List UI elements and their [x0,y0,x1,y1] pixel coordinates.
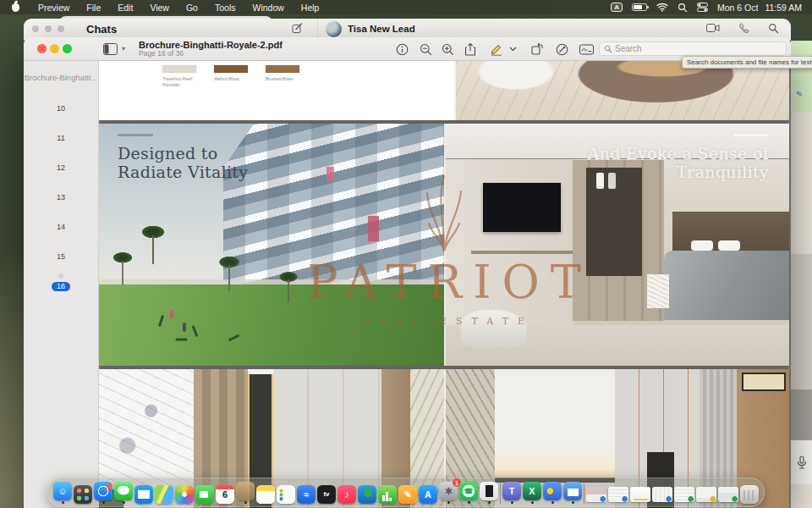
menu-item[interactable]: View [141,3,178,13]
music-icon[interactable]: ♪ [337,485,356,504]
menu-item[interactable]: Edit [109,3,141,13]
menu-bar: Preview File Edit View Go Tools Window H… [0,0,812,14]
menubar-date[interactable]: Mon 6 Oct [717,3,758,13]
zoom-button[interactable] [63,44,72,53]
thumbnail-page-13[interactable]: 13 [57,185,65,202]
sidebar-toggle-icon[interactable] [103,43,118,55]
material-swatch: Brushed Brass [266,65,304,87]
menu-item[interactable]: Go [178,3,206,13]
photos-icon[interactable] [175,485,194,504]
search-input[interactable] [615,44,782,53]
bedroom-photo: And Evoke a Sense of Tranquility [444,124,789,366]
palm-tree [110,251,136,287]
minimized-window-6[interactable] [696,487,716,504]
page-number-label: 16 [52,282,70,291]
share-icon[interactable] [462,41,479,57]
thumbnail-page-10[interactable]: 10 [57,96,65,113]
palm-tree-app-icon[interactable] [358,485,376,504]
menu-item[interactable]: Window [244,3,292,13]
signature-icon[interactable] [578,41,595,57]
settings-icon[interactable]: ✱ 1 [439,482,458,504]
app-store-icon[interactable]: A [419,485,437,504]
sketch-icon[interactable] [553,41,570,57]
pdf-viewport[interactable]: Travertino Pearl Porcelain Walnut Wood B… [99,61,791,508]
launchpad-icon[interactable] [74,485,92,504]
rotate-icon[interactable] [529,41,546,57]
swatch-color [162,65,196,73]
minimized-window-2[interactable] [608,487,628,504]
whatsapp-icon[interactable]: ☎ [459,482,478,504]
page-number-label: 11 [57,134,64,143]
thumbnail-page-12[interactable]: 12 [57,155,65,173]
video-call-icon[interactable] [706,23,720,33]
teams-icon[interactable]: T [502,482,521,504]
thumbnail-page-14[interactable]: 14 [57,214,65,232]
running-indicator [447,501,450,504]
finder-icon[interactable]: ☺ [53,482,72,504]
input-source-icon[interactable]: A [611,3,623,12]
menu-item[interactable]: File [78,3,109,13]
palm-tree [216,255,243,293]
thumbnail-page-15[interactable]: 15 [57,244,65,262]
menubar-clock[interactable]: 11:59 AM [765,3,802,13]
trash-icon[interactable] [740,485,759,504]
zoom-out-icon[interactable] [417,41,434,57]
voice-call-icon[interactable] [738,23,749,34]
minimized-window-1[interactable] [586,487,606,504]
avatar[interactable] [326,21,342,37]
numbers-icon[interactable] [378,485,397,504]
messages-icon[interactable] [114,482,133,504]
apple-tv-icon[interactable]: tv [317,485,336,504]
minimized-window-3[interactable] [630,487,650,504]
maps-icon[interactable] [155,485,173,504]
chats-title: Chats [86,23,117,36]
running-indicator [244,501,247,504]
chart-app-icon[interactable]: ≈ [297,485,315,504]
wifi-icon[interactable] [656,3,668,12]
thumbnail-page-11[interactable]: 11 [57,125,64,143]
menu-item[interactable]: Help [293,3,328,13]
dock-divider [500,483,501,504]
control-center-icon[interactable] [697,3,708,12]
iphone-mirroring-icon[interactable] [480,482,498,504]
battery-icon[interactable] [632,3,647,11]
menu-item[interactable]: Preview [30,3,78,13]
reminders-icon[interactable] [277,485,295,504]
minimized-window-5[interactable] [674,487,694,504]
excel-icon[interactable]: X [523,482,541,504]
mail-icon[interactable] [134,485,153,504]
running-indicator [511,501,513,504]
running-indicator [102,501,105,504]
chat-search-icon[interactable] [768,23,779,34]
swatch-color [214,65,248,73]
microphone-icon[interactable] [797,456,807,469]
minimized-window-7[interactable] [718,487,738,504]
facetime-icon[interactable] [195,485,214,504]
swatch-label: Brushed Brass [266,76,304,82]
passwords-app-icon[interactable] [543,482,562,504]
safari-icon[interactable] [94,482,112,504]
spotlight-search-icon[interactable] [678,3,688,13]
minimized-window-4[interactable] [652,487,672,504]
chat-contact-name[interactable]: Tisa New Lead [348,24,415,34]
lounge-photo [454,61,789,120]
contacts-icon[interactable] [236,482,255,504]
document-search-field[interactable] [599,41,787,56]
compose-icon[interactable] [292,23,303,34]
building-render [223,124,444,293]
zoom-in-icon[interactable] [439,41,456,57]
highlighter-icon[interactable] [488,41,505,57]
notes-icon[interactable] [256,485,275,504]
remote-desktop-app-icon[interactable] [563,482,582,504]
dock-divider [584,483,584,504]
chevron-down-icon[interactable]: ▾ [122,45,125,52]
close-button[interactable] [37,44,47,53]
minimize-button[interactable] [50,44,59,53]
markup-chevron-icon[interactable] [508,41,518,57]
menu-item[interactable]: Tools [206,3,244,13]
pages-icon[interactable]: ✎ [398,485,417,504]
apple-logo-icon[interactable] [12,3,19,12]
calendar-icon[interactable]: 6 [216,485,234,504]
thumbnail-page-16[interactable]: 16 [52,273,70,291]
info-icon[interactable] [393,41,410,57]
